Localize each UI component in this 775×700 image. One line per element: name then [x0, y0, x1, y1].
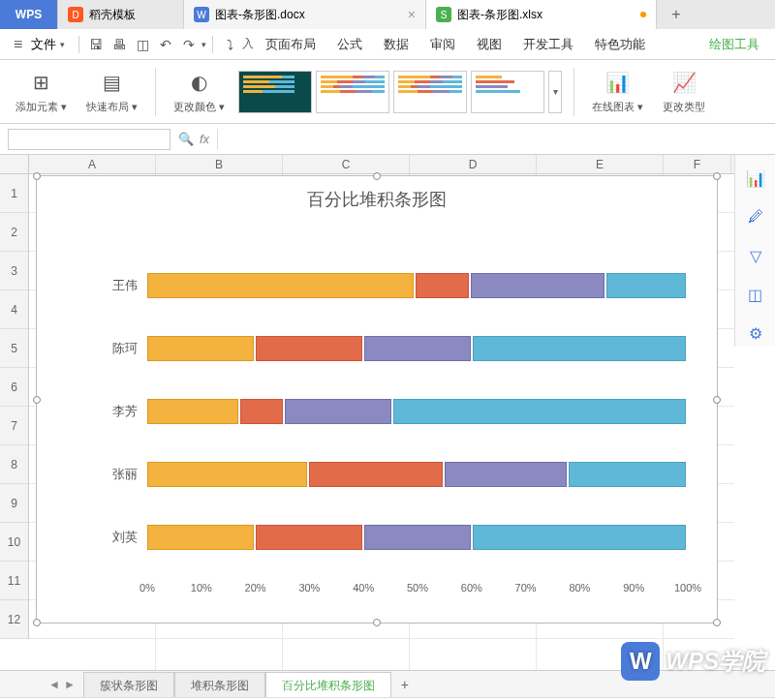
row-header[interactable]: 1 [0, 174, 28, 213]
chart-bar-row[interactable] [147, 273, 688, 298]
undo-icon[interactable]: ↶ [155, 34, 176, 55]
col-header[interactable]: D [410, 155, 537, 173]
chart-bar-segment[interactable] [445, 462, 568, 487]
chart-bar-segment[interactable] [364, 525, 471, 550]
col-header[interactable]: E [537, 155, 664, 173]
format-brush-button[interactable]: 🖉 [742, 203, 769, 230]
chart-bar-segment[interactable] [285, 399, 391, 424]
resize-handle[interactable] [33, 172, 41, 180]
menu-developer[interactable]: 开发工具 [513, 36, 583, 53]
chart-style-thumb[interactable] [316, 71, 389, 113]
filter-button[interactable]: ▽ [742, 242, 769, 269]
close-icon[interactable]: × [408, 7, 416, 22]
sheet-tab-active[interactable]: 百分比堆积条形图 [265, 672, 391, 697]
chart-bar-segment[interactable] [147, 399, 238, 424]
col-header[interactable]: C [283, 155, 410, 173]
change-color-button[interactable]: ◐ 更改颜色 ▾ [168, 67, 231, 116]
gallery-more-button[interactable]: ▾ [548, 71, 562, 113]
chart-title[interactable]: 百分比堆积条形图 [37, 176, 717, 215]
xlsx-tab[interactable]: S 图表-条形图.xlsx [426, 0, 657, 29]
row-header[interactable]: 6 [0, 368, 28, 407]
menu-data[interactable]: 数据 [374, 36, 418, 53]
menu-view[interactable]: 视图 [467, 36, 512, 53]
print-icon[interactable]: 🖶 [108, 34, 130, 55]
select-all-corner[interactable] [0, 155, 29, 173]
resize-handle[interactable] [33, 619, 41, 626]
row-header[interactable]: 4 [0, 290, 28, 329]
chart-style-thumb[interactable] [471, 71, 544, 113]
row-header[interactable]: 9 [0, 484, 28, 523]
fx-icon[interactable]: fx [200, 132, 209, 146]
sheet-tab[interactable]: 簇状条形图 [83, 672, 174, 697]
row-header[interactable]: 10 [0, 523, 28, 562]
nav-prev-icon[interactable]: ◄ [48, 678, 60, 691]
chart-style-thumb[interactable] [393, 71, 467, 113]
qat-more-icon[interactable]: ▾ [202, 40, 206, 49]
chart-object[interactable]: 百分比堆积条形图 0%10%20%30%40%50%60%70%80%90%10… [36, 175, 718, 624]
row-header[interactable]: 8 [0, 445, 28, 484]
resize-handle[interactable] [373, 172, 381, 180]
chart-bar-segment[interactable] [240, 399, 283, 424]
insert-icon[interactable]: ⤵ [219, 34, 240, 55]
menu-formula[interactable]: 公式 [327, 36, 372, 53]
col-header[interactable]: B [156, 155, 283, 173]
row-header[interactable]: 3 [0, 252, 28, 290]
chart-bar-segment[interactable] [256, 525, 362, 550]
chart-type-button[interactable]: ◫ [742, 281, 769, 308]
col-header[interactable]: F [664, 155, 731, 173]
file-menu[interactable]: 文件 ▾ [6, 36, 73, 53]
chart-bar-segment[interactable] [393, 399, 686, 424]
chart-style-thumb[interactable] [238, 71, 312, 113]
row-header[interactable]: 12 [0, 600, 28, 639]
resize-handle[interactable] [713, 172, 721, 180]
chart-bar-segment[interactable] [256, 336, 362, 361]
chart-bar-row[interactable] [147, 525, 688, 550]
chart-bar-row[interactable] [147, 399, 688, 424]
menu-features[interactable]: 特色功能 [585, 36, 655, 53]
redo-icon[interactable]: ↷ [178, 34, 200, 55]
online-chart-button[interactable]: 📊 在线图表 ▾ [586, 67, 649, 116]
chart-bar-row[interactable] [147, 462, 688, 487]
chart-bar-segment[interactable] [416, 273, 469, 298]
chart-bar-segment[interactable] [147, 525, 254, 550]
chart-bar-segment[interactable] [147, 462, 307, 487]
row-header[interactable]: 2 [0, 213, 28, 252]
row-header[interactable]: 7 [0, 407, 28, 445]
sheet-nav[interactable]: ◄► [48, 678, 76, 691]
menu-page-layout[interactable]: 页面布局 [256, 36, 326, 53]
save-icon[interactable]: 🖫 [85, 34, 107, 55]
resize-handle[interactable] [713, 396, 721, 404]
chart-elements-button[interactable]: 📊 [742, 165, 769, 192]
add-sheet-button[interactable]: + [391, 677, 418, 692]
menu-drawing-tools[interactable]: 绘图工具 [699, 36, 769, 53]
chart-bar-segment[interactable] [364, 336, 471, 361]
nav-next-icon[interactable]: ► [64, 678, 76, 691]
resize-handle[interactable] [373, 619, 381, 626]
new-tab-button[interactable]: + [657, 0, 696, 29]
wps-tab[interactable]: WPS [0, 0, 58, 29]
formula-input[interactable] [217, 129, 767, 150]
chart-bar-segment[interactable] [606, 273, 687, 298]
chart-bar-segment[interactable] [473, 336, 686, 361]
name-box[interactable] [8, 129, 170, 150]
chart-plot[interactable]: 0%10%20%30%40%50%60%70%80%90%100% 王伟陈珂李芳… [95, 244, 688, 574]
chart-bar-segment[interactable] [309, 462, 443, 487]
chart-style-gallery[interactable]: ▾ [238, 71, 562, 113]
chart-bar-segment[interactable] [569, 462, 686, 487]
chart-bar-row[interactable] [147, 336, 688, 361]
docell-tab[interactable]: D 稻壳模板 [58, 0, 184, 29]
chart-bar-segment[interactable] [147, 336, 254, 361]
resize-handle[interactable] [33, 396, 41, 404]
chart-bar-segment[interactable] [471, 273, 604, 298]
chart-bar-segment[interactable] [473, 525, 686, 550]
col-header[interactable]: A [29, 155, 156, 173]
menu-review[interactable]: 审阅 [420, 36, 465, 53]
sheet-tab[interactable]: 堆积条形图 [174, 672, 265, 697]
add-element-button[interactable]: ⊞ 添加元素 ▾ [10, 67, 73, 116]
row-header[interactable]: 11 [0, 562, 28, 600]
zoom-icon[interactable]: 🔍 [178, 132, 194, 146]
print-preview-icon[interactable]: ◫ [132, 34, 153, 55]
doc-tab[interactable]: W 图表-条形图.docx × [184, 0, 426, 29]
change-type-button[interactable]: 📈 更改类型 [657, 67, 711, 116]
settings-button[interactable]: ⚙ [742, 320, 769, 347]
